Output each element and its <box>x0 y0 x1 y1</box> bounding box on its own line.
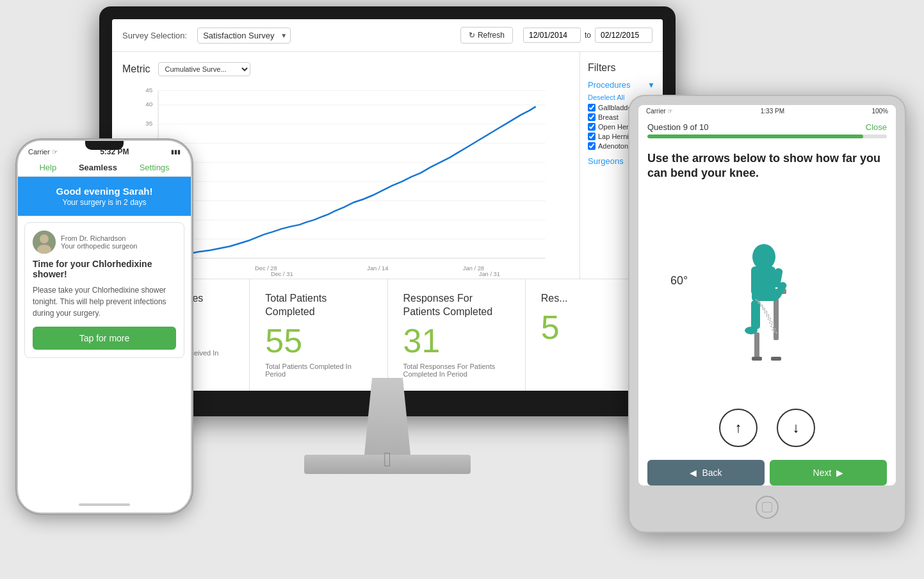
iphone-message-body: Please take your Chlorhedixine shower to… <box>33 284 176 319</box>
breast-label: Breast <box>598 113 619 121</box>
lap-hernia-checkbox[interactable] <box>588 133 596 140</box>
ipad-carrier: Carrier ☞ <box>646 108 673 115</box>
iphone-greeting-card: Good evening Sarah! Your surgery is in 2… <box>18 177 191 216</box>
survey-select[interactable]: Satisfaction Survey <box>197 28 291 44</box>
total-patients-title: Total Patients Completed <box>265 292 371 319</box>
back-arrow-icon: ◀ <box>690 468 697 478</box>
apple-logo-icon:  <box>384 448 391 471</box>
refresh-button[interactable]: ↻ Refresh <box>460 27 513 44</box>
date-range: to <box>523 28 652 43</box>
svg-rect-43 <box>751 300 760 329</box>
iphone-message-title: Time for your Chlorhedixine shower! <box>33 259 176 279</box>
open-hernia-checkbox[interactable] <box>588 123 596 131</box>
ipad-home-button[interactable] <box>756 496 779 519</box>
svg-text:40: 40 <box>145 101 153 108</box>
iphone-home-indicator <box>79 503 130 506</box>
ipad-question-header: Question 9 of 10 Close <box>638 117 896 135</box>
ipad-back-button[interactable]: ◀ Back <box>647 460 765 485</box>
ipad-status-bar: Carrier ☞ 1:33 PM 100% <box>638 105 896 117</box>
iphone-camera-notch <box>85 141 124 150</box>
down-arrow-icon: ↓ <box>793 420 800 436</box>
ipad-time: 1:33 PM <box>761 108 784 115</box>
iphone-body: Carrier ☞ 5:32 PM ▮▮▮ Help Seamless Sett… <box>18 141 191 512</box>
svg-rect-39 <box>751 266 775 295</box>
ipad-up-arrow-button[interactable]: ↑ <box>719 409 758 447</box>
metric-section: Metric Cumulative Surve... <box>122 62 569 76</box>
ipad-home-button-area <box>638 491 896 519</box>
adenotonsillectomy-checkbox[interactable] <box>588 142 596 150</box>
ipad-next-button[interactable]: Next ▶ <box>770 460 887 485</box>
iphone-from-info: From Dr. Richardson Your orthopedic surg… <box>61 234 137 250</box>
surgeons-label: Surgeons <box>588 156 624 166</box>
svg-text:35: 35 <box>145 120 153 127</box>
iphone-carrier: Carrier ☞ <box>28 148 58 156</box>
total-patients-number: 55 <box>265 324 371 357</box>
filters-title: Filters <box>588 62 655 74</box>
imac-screen: Survey Selection: Satisfaction Survey ▼ … <box>112 19 663 391</box>
dashboard: Survey Selection: Satisfaction Survey ▼ … <box>112 19 663 391</box>
svg-point-31 <box>40 234 49 243</box>
ipad-down-arrow-button[interactable]: ↓ <box>777 409 815 447</box>
procedures-label: Procedures <box>588 80 630 90</box>
ipad-screen: Carrier ☞ 1:33 PM 100% Question 9 of 10 … <box>638 105 896 485</box>
metric-label: Metric <box>122 63 150 75</box>
iphone-message-header: From Dr. Richardson Your orthopedic surg… <box>33 231 176 254</box>
refresh-icon: ↻ <box>469 31 475 40</box>
svg-rect-36 <box>752 357 762 361</box>
ipad-arrow-buttons: ↑ ↓ <box>638 402 896 453</box>
iphone-content: Good evening Sarah! Your surgery is in 2… <box>18 177 191 497</box>
svg-text:Jan / 31: Jan / 31 <box>479 271 500 277</box>
ipad-body: Carrier ☞ 1:33 PM 100% Question 9 of 10 … <box>629 96 905 532</box>
dashboard-body: Metric Cumulative Surve... Cumulative Su… <box>112 52 663 279</box>
iphone-message-card: From Dr. Richardson Your orthopedic surg… <box>24 222 184 358</box>
metric-select-wrapper[interactable]: Cumulative Surve... <box>158 62 250 76</box>
ipad-question-text: Use the arrows below to show how far you… <box>638 143 896 189</box>
date-to-label: to <box>585 31 591 40</box>
svg-point-44 <box>745 327 758 334</box>
iphone-greeting-title: Good evening Sarah! <box>28 186 181 197</box>
ipad-progress-bar <box>647 135 887 138</box>
iphone-battery-icon: ▮▮▮ <box>171 149 181 155</box>
iphone-nav-help[interactable]: Help <box>39 163 56 172</box>
responses-patients-subtitle: Total Responses For Patients Completed I… <box>403 363 510 378</box>
iphone-from-sub: Your orthopedic surgeon <box>61 242 137 250</box>
procedures-chevron-icon: ▼ <box>647 81 655 90</box>
svg-rect-35 <box>754 332 759 358</box>
avatar <box>33 231 56 254</box>
survey-selection-label: Survey Selection: <box>122 31 187 40</box>
ipad-nav-buttons: ◀ Back Next ▶ <box>638 453 896 485</box>
svg-text:Dec / 31: Dec / 31 <box>271 271 293 277</box>
svg-rect-37 <box>771 357 781 361</box>
gallbladder-checkbox[interactable] <box>588 104 596 111</box>
stats-bar: Total Responses 37 Total Responses Recei… <box>112 279 663 391</box>
next-arrow-icon: ▶ <box>836 468 843 478</box>
iphone-greeting-subtitle: Your surgery is in 2 days <box>28 198 181 207</box>
breast-checkbox[interactable] <box>588 113 596 121</box>
dashboard-header: Survey Selection: Satisfaction Survey ▼ … <box>112 19 663 52</box>
ipad-home-button-inner <box>762 502 772 512</box>
iphone-nav-seamless[interactable]: Seamless <box>79 163 117 172</box>
date-from-input[interactable] <box>523 28 581 43</box>
total-patients-subtitle: Total Patients Completed In Period <box>265 363 371 378</box>
ipad-angle-label: 60° <box>670 274 688 288</box>
tap-for-more-button[interactable]: Tap for more <box>33 327 176 350</box>
person-illustration-svg <box>703 225 831 366</box>
iphone-device: Carrier ☞ 5:32 PM ▮▮▮ Help Seamless Sett… <box>18 141 191 512</box>
iphone-nav-settings[interactable]: Settings <box>140 163 170 172</box>
survey-select-wrapper[interactable]: Satisfaction Survey ▼ <box>197 28 291 44</box>
date-to-input[interactable] <box>595 28 652 43</box>
stat-card-responses-patients: Responses For Patients Completed 31 Tota… <box>388 279 526 391</box>
metric-select[interactable]: Cumulative Surve... <box>158 62 250 76</box>
ipad-device: Carrier ☞ 1:33 PM 100% Question 9 of 10 … <box>629 96 905 532</box>
procedures-filter-header[interactable]: Procedures ▼ <box>588 80 655 90</box>
responses-patients-number: 31 <box>403 324 510 357</box>
ipad-illustration: 60° <box>638 189 896 402</box>
iphone-home-bar <box>18 497 191 512</box>
responses-patients-title: Responses For Patients Completed <box>403 292 510 319</box>
iphone-from-label: From Dr. Richardson <box>61 234 137 242</box>
ipad-battery: 100% <box>871 108 888 115</box>
ipad-question-count: Question 9 of 10 <box>647 122 708 132</box>
svg-text:45: 45 <box>145 86 153 94</box>
svg-text:Jan / 14: Jan / 14 <box>367 265 388 272</box>
ipad-close-button[interactable]: Close <box>866 122 887 132</box>
